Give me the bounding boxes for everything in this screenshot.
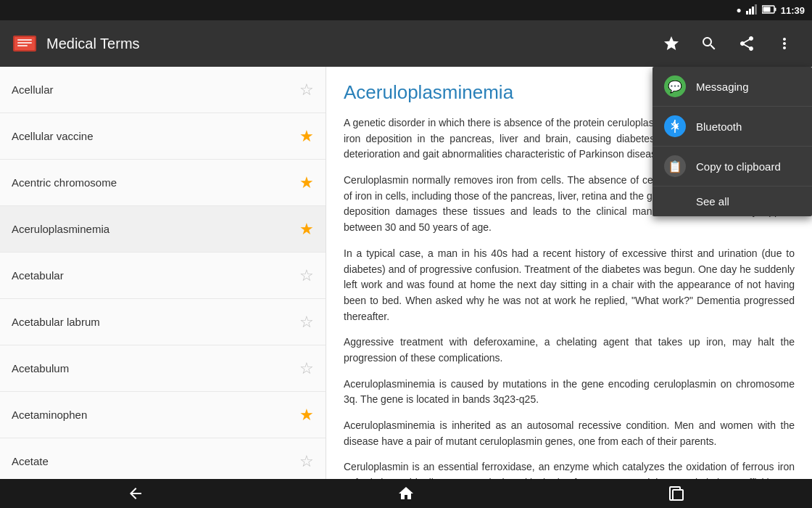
svg-rect-0 [746, 11, 748, 15]
list-item[interactable]: Acetaminophen ★ [0, 392, 326, 438]
menu-item-label: Bluetooth [696, 120, 742, 133]
star-icon[interactable]: ☆ [299, 359, 314, 378]
signal-icon [746, 4, 758, 17]
list-item[interactable]: Acetabular labrum ☆ [0, 299, 326, 345]
list-item-text: Acetabulum [12, 362, 69, 374]
list-item[interactable]: Aceruloplasminemia ★ [0, 206, 326, 253]
star-icon[interactable]: ☆ [299, 313, 314, 332]
menu-item-label: Messaging [696, 81, 749, 93]
search-action-button[interactable] [693, 28, 725, 60]
bottom-nav [0, 479, 812, 508]
clipboard-icon: 📋 [664, 155, 686, 177]
svg-rect-3 [755, 4, 757, 15]
list-item-text: Acentric chromosome [12, 176, 117, 189]
back-button[interactable] [98, 480, 173, 507]
menu-item-seeall[interactable]: See all [652, 187, 812, 216]
dropdown-menu: 💬Messaging Bluetooth📋Copy to clipboardSe… [652, 67, 812, 216]
detail-paragraph: Ceruloplasmin is an essential ferroxidas… [344, 459, 795, 479]
list-item-text: Acellular vaccine [12, 130, 94, 142]
star-icon[interactable]: ★ [299, 173, 314, 192]
messaging-icon: 💬 [664, 75, 686, 97]
menu-item-label: Copy to clipboard [696, 160, 781, 173]
app-bar: Medical Terms [0, 20, 812, 67]
svg-rect-13 [673, 490, 683, 500]
list-item-text: Acetabular [12, 269, 64, 282]
star-icon[interactable]: ☆ [299, 452, 314, 471]
list-item[interactable]: Acentric chromosome ★ [0, 160, 326, 206]
status-time: 11:39 [781, 5, 805, 16]
svg-rect-9 [17, 39, 32, 41]
list-item-text: Acetaminophen [12, 409, 87, 421]
menu-item-clipboard[interactable]: 📋Copy to clipboard [652, 147, 812, 187]
list-item[interactable]: Acellular vaccine ★ [0, 113, 326, 160]
recents-button[interactable] [639, 482, 714, 505]
svg-rect-10 [17, 42, 32, 44]
main-content: Acellular ☆ Acellular vaccine ★ Acentric… [0, 67, 812, 479]
star-icon[interactable]: ☆ [299, 81, 314, 99]
more-action-button[interactable] [768, 28, 800, 60]
list-item-text: Acetate [12, 455, 49, 467]
detail-paragraph: In a typical case, a man in his 40s had … [344, 246, 795, 324]
app-bar-actions [655, 28, 800, 60]
app-title: Medical Terms [46, 36, 655, 52]
svg-rect-2 [752, 7, 754, 15]
menu-item-messaging[interactable]: 💬Messaging [652, 67, 812, 107]
list-panel[interactable]: Acellular ☆ Acellular vaccine ★ Acentric… [0, 67, 326, 479]
bluetooth-icon [664, 115, 686, 137]
detail-paragraph: Aggressive treatment with deferoxamine, … [344, 335, 795, 366]
menu-item-bluetooth[interactable]: Bluetooth [652, 107, 812, 147]
svg-rect-6 [763, 7, 770, 12]
menu-item-label: See all [696, 195, 729, 208]
svg-rect-1 [749, 9, 751, 15]
svg-rect-11 [17, 45, 28, 46]
star-icon[interactable]: ☆ [299, 266, 314, 285]
list-item-text: Acetabular labrum [12, 316, 100, 328]
app-logo [12, 30, 38, 57]
list-item[interactable]: Acetate ☆ [0, 438, 326, 479]
detail-paragraph: Aceruloplasminemia is inherited as an au… [344, 418, 795, 449]
star-icon[interactable]: ★ [299, 406, 314, 425]
list-item[interactable]: Acetabulum ☆ [0, 345, 326, 392]
list-item[interactable]: Acellular ☆ [0, 67, 326, 113]
battery-icon [762, 5, 776, 16]
share-action-button[interactable] [731, 28, 763, 60]
list-item[interactable]: Acetabular ☆ [0, 253, 326, 299]
detail-paragraph: Aceruloplasminemia is caused by mutation… [344, 377, 795, 408]
list-item-text: Aceruloplasminemia [12, 223, 109, 235]
list-item-text: Acellular [12, 83, 54, 96]
location-icon: ● [737, 5, 742, 15]
svg-rect-5 [774, 7, 776, 11]
status-bar: ● 11:39 [0, 0, 812, 20]
star-icon[interactable]: ★ [299, 127, 314, 146]
home-button[interactable] [368, 480, 444, 507]
star-icon[interactable]: ★ [299, 220, 314, 239]
star-action-button[interactable] [655, 28, 687, 60]
